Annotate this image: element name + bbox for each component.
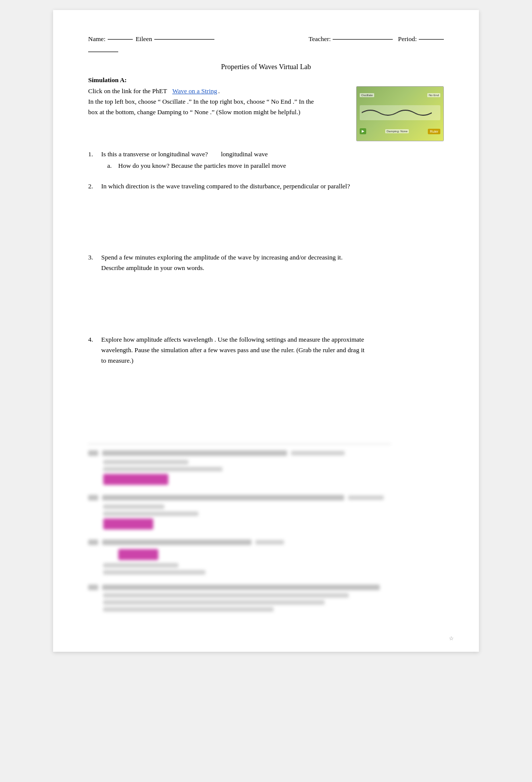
second-line (88, 45, 444, 54)
intro-block: Click on the link for the PhET Wave on a… (88, 86, 444, 141)
name-line: Name: Eileen (88, 35, 214, 43)
blurred-item-5 (88, 450, 444, 485)
q3-number: 3. (88, 252, 99, 274)
q1-sub-label: a. (107, 162, 112, 169)
phet-link[interactable]: Wave on a String (172, 86, 217, 97)
q4-table-space (88, 367, 444, 432)
q2-text: In which direction is the wave traveling… (101, 181, 444, 192)
sim-wave-svg (362, 108, 432, 118)
sim-control-damping: Damping: None (385, 129, 409, 133)
simulation-screenshot: Oscillate No End ▶ Damping: None Ruler (356, 86, 444, 141)
blurred-item-6 (88, 495, 444, 530)
sim-control-noend: No End (427, 93, 440, 97)
blurred-item-8 (88, 585, 444, 612)
question-3: 3. Spend a few minutes exploring the amp… (88, 252, 444, 325)
blurred-highlight-2 (103, 518, 153, 530)
sim-wave-area (360, 105, 440, 120)
separator-1 (88, 444, 391, 444)
blurred-item-7 (88, 540, 444, 575)
q1-number: 1. (88, 149, 99, 160)
period-label: Period: (398, 35, 417, 43)
second-name-field (88, 52, 118, 52)
intro-text: Click on the link for the PhET Wave on a… (88, 86, 356, 117)
sim-bottom-row: ▶ Damping: None Ruler (360, 128, 440, 134)
teacher-field (333, 39, 393, 40)
q3-main: 3. Spend a few minutes exploring the amp… (88, 252, 444, 274)
blurred-highlight-1 (103, 474, 168, 485)
period-field (419, 39, 444, 40)
blurred-highlight-3 (118, 549, 158, 560)
sim-control-oscillate: Oscillate (360, 93, 374, 97)
q1-text: Is this a transverse or longitudinal wav… (101, 149, 444, 160)
sim-top-row: Oscillate No End (360, 93, 440, 97)
q3-text: Spend a few minutes exploring the amplit… (101, 252, 444, 274)
instructions-line2: box at the bottom, change Damping to “ N… (88, 107, 348, 118)
question-4: 4. Explore how amplitude affects wavelen… (88, 335, 444, 432)
teacher-section: Teacher: Period: (309, 35, 444, 43)
teacher-label: Teacher: (309, 35, 331, 43)
page-number: ☆ (449, 635, 454, 642)
q1-sub-text: How do you know? Because the particles m… (118, 162, 286, 169)
q2-number: 2. (88, 181, 99, 192)
q1-sub: a. How do you know? Because the particle… (107, 161, 444, 171)
sim-image-inner: Oscillate No End ▶ Damping: None Ruler (357, 87, 443, 141)
q4-text: Explore how amplitude affects wavelength… (101, 335, 444, 366)
click-line: Click on the link for the PhET Wave on a… (88, 86, 348, 97)
click-text2: . (218, 86, 220, 97)
q4-number: 4. (88, 335, 99, 366)
instructions-line1: In the top left box, choose “ Oscillate … (88, 97, 348, 107)
header: Name: Eileen Teacher: Period: (88, 35, 444, 43)
question-2: 2. In which direction is the wave travel… (88, 181, 444, 243)
sim-btn-ruler: Ruler (428, 129, 440, 134)
name-section: Name: Eileen (88, 35, 214, 43)
simulation-label: Simulation A: (88, 76, 444, 84)
blurred-content (88, 444, 444, 612)
name-value: Eileen (136, 35, 152, 43)
page-title: Properties of Waves Virtual Lab (88, 63, 444, 71)
name-label: Name: (88, 35, 106, 43)
q4-main: 4. Explore how amplitude affects wavelen… (88, 335, 444, 366)
q1-main: 1. Is this a transverse or longitudinal … (88, 149, 444, 160)
sim-btn-play: ▶ (360, 128, 366, 134)
q2-answer-space (88, 192, 444, 242)
q1-answer: longitudinal wave (221, 150, 268, 158)
questions-section: 1. Is this a transverse or longitudinal … (88, 149, 444, 432)
question-1: 1. Is this a transverse or longitudinal … (88, 149, 444, 171)
q2-main: 2. In which direction is the wave travel… (88, 181, 444, 192)
click-text: Click on the link for the PhET (88, 86, 167, 97)
document-page: Name: Eileen Teacher: Period: Properties… (53, 10, 479, 652)
q3-answer-space (88, 275, 444, 325)
